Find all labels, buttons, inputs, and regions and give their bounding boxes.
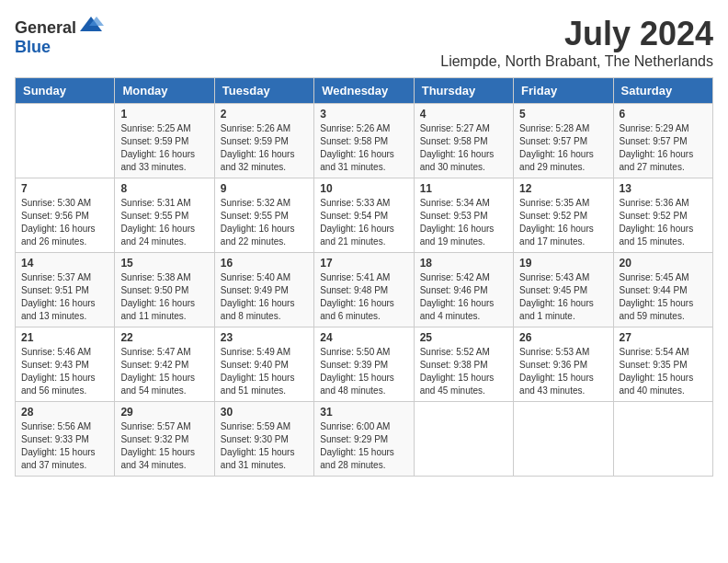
- calendar-cell: 5Sunrise: 5:28 AM Sunset: 9:57 PM Daylig…: [514, 104, 613, 178]
- month-title: July 2024: [440, 15, 713, 53]
- calendar-cell: 24Sunrise: 5:50 AM Sunset: 9:39 PM Dayli…: [314, 327, 414, 402]
- header-sunday: Sunday: [16, 78, 115, 104]
- day-number: 27: [620, 331, 707, 344]
- calendar-cell: 10Sunrise: 5:33 AM Sunset: 9:54 PM Dayli…: [314, 178, 414, 253]
- calendar-cell: 29Sunrise: 5:57 AM Sunset: 9:32 PM Dayli…: [115, 402, 214, 477]
- day-number: 2: [221, 108, 308, 121]
- calendar-cell: [414, 402, 513, 477]
- header-wednesday: Wednesday: [314, 78, 414, 104]
- day-number: 26: [519, 331, 607, 344]
- day-info: Sunrise: 5:38 AM Sunset: 9:50 PM Dayligh…: [120, 271, 208, 323]
- day-info: Sunrise: 5:35 AM Sunset: 9:52 PM Dayligh…: [519, 197, 607, 248]
- day-number: 23: [221, 331, 308, 344]
- day-number: 17: [320, 257, 407, 270]
- week-row-4: 21Sunrise: 5:46 AM Sunset: 9:43 PM Dayli…: [16, 327, 713, 402]
- header-friday: Friday: [514, 78, 613, 104]
- calendar-cell: 25Sunrise: 5:52 AM Sunset: 9:38 PM Dayli…: [414, 327, 513, 402]
- calendar-cell: 7Sunrise: 5:30 AM Sunset: 9:56 PM Daylig…: [16, 178, 115, 253]
- day-number: 19: [519, 257, 607, 270]
- calendar-cell: 6Sunrise: 5:29 AM Sunset: 9:57 PM Daylig…: [613, 104, 712, 178]
- day-number: 25: [420, 331, 507, 344]
- day-info: Sunrise: 5:43 AM Sunset: 9:45 PM Dayligh…: [519, 271, 607, 323]
- day-number: 16: [221, 257, 308, 270]
- day-number: 29: [120, 406, 208, 419]
- day-number: 12: [519, 182, 607, 195]
- day-info: Sunrise: 5:41 AM Sunset: 9:48 PM Dayligh…: [320, 271, 407, 323]
- day-info: Sunrise: 5:59 AM Sunset: 9:30 PM Dayligh…: [221, 420, 308, 472]
- header: General Blue July 2024 Liempde, North Br…: [15, 15, 713, 70]
- calendar-cell: 9Sunrise: 5:32 AM Sunset: 9:55 PM Daylig…: [214, 178, 313, 253]
- day-number: 3: [320, 108, 407, 121]
- week-row-3: 14Sunrise: 5:37 AM Sunset: 9:51 PM Dayli…: [16, 253, 713, 327]
- day-info: Sunrise: 5:53 AM Sunset: 9:36 PM Dayligh…: [519, 346, 607, 397]
- day-number: 6: [620, 108, 707, 121]
- day-info: Sunrise: 5:31 AM Sunset: 9:55 PM Dayligh…: [120, 197, 208, 248]
- week-row-5: 28Sunrise: 5:56 AM Sunset: 9:33 PM Dayli…: [16, 402, 713, 477]
- day-number: 20: [620, 257, 707, 270]
- calendar-cell: 23Sunrise: 5:49 AM Sunset: 9:40 PM Dayli…: [214, 327, 313, 402]
- header-monday: Monday: [115, 78, 214, 104]
- calendar-cell: 16Sunrise: 5:40 AM Sunset: 9:49 PM Dayli…: [214, 253, 313, 327]
- day-info: Sunrise: 6:00 AM Sunset: 9:29 PM Dayligh…: [320, 420, 407, 472]
- calendar-cell: [514, 402, 613, 477]
- day-info: Sunrise: 5:54 AM Sunset: 9:35 PM Dayligh…: [620, 346, 707, 397]
- calendar-cell: 1Sunrise: 5:25 AM Sunset: 9:59 PM Daylig…: [115, 104, 214, 178]
- day-number: 21: [21, 331, 108, 344]
- week-row-1: 1Sunrise: 5:25 AM Sunset: 9:59 PM Daylig…: [16, 104, 713, 178]
- header-tuesday: Tuesday: [214, 78, 313, 104]
- day-number: 30: [221, 406, 308, 419]
- calendar-cell: 12Sunrise: 5:35 AM Sunset: 9:52 PM Dayli…: [514, 178, 613, 253]
- header-row: SundayMondayTuesdayWednesdayThursdayFrid…: [16, 78, 713, 104]
- day-info: Sunrise: 5:26 AM Sunset: 9:58 PM Dayligh…: [320, 122, 407, 174]
- day-info: Sunrise: 5:32 AM Sunset: 9:55 PM Dayligh…: [221, 197, 308, 248]
- day-info: Sunrise: 5:27 AM Sunset: 9:58 PM Dayligh…: [420, 122, 507, 174]
- day-info: Sunrise: 5:47 AM Sunset: 9:42 PM Dayligh…: [120, 346, 208, 397]
- logo-icon: [78, 15, 104, 33]
- calendar-cell: [613, 402, 712, 477]
- calendar-cell: 19Sunrise: 5:43 AM Sunset: 9:45 PM Dayli…: [514, 253, 613, 327]
- day-info: Sunrise: 5:52 AM Sunset: 9:38 PM Dayligh…: [420, 346, 507, 397]
- calendar-cell: 30Sunrise: 5:59 AM Sunset: 9:30 PM Dayli…: [214, 402, 313, 477]
- day-number: 13: [620, 182, 707, 195]
- day-info: Sunrise: 5:37 AM Sunset: 9:51 PM Dayligh…: [21, 271, 108, 323]
- calendar-cell: 27Sunrise: 5:54 AM Sunset: 9:35 PM Dayli…: [613, 327, 712, 402]
- day-info: Sunrise: 5:30 AM Sunset: 9:56 PM Dayligh…: [21, 197, 108, 248]
- day-number: 15: [120, 257, 208, 270]
- day-info: Sunrise: 5:26 AM Sunset: 9:59 PM Dayligh…: [221, 122, 308, 174]
- header-thursday: Thursday: [414, 78, 513, 104]
- calendar-cell: 2Sunrise: 5:26 AM Sunset: 9:59 PM Daylig…: [214, 104, 313, 178]
- day-number: 8: [120, 182, 208, 195]
- day-info: Sunrise: 5:49 AM Sunset: 9:40 PM Dayligh…: [221, 346, 308, 397]
- day-number: 4: [420, 108, 507, 121]
- calendar-cell: 21Sunrise: 5:46 AM Sunset: 9:43 PM Dayli…: [16, 327, 115, 402]
- day-number: 11: [420, 182, 507, 195]
- day-number: 22: [120, 331, 208, 344]
- location-title: Liempde, North Brabant, The Netherlands: [440, 53, 713, 70]
- calendar-cell: 15Sunrise: 5:38 AM Sunset: 9:50 PM Dayli…: [115, 253, 214, 327]
- day-number: 5: [519, 108, 607, 121]
- calendar-cell: 11Sunrise: 5:34 AM Sunset: 9:53 PM Dayli…: [414, 178, 513, 253]
- day-info: Sunrise: 5:56 AM Sunset: 9:33 PM Dayligh…: [21, 420, 108, 472]
- calendar-cell: [16, 104, 115, 178]
- calendar-cell: 26Sunrise: 5:53 AM Sunset: 9:36 PM Dayli…: [514, 327, 613, 402]
- day-info: Sunrise: 5:36 AM Sunset: 9:52 PM Dayligh…: [620, 197, 707, 248]
- day-info: Sunrise: 5:42 AM Sunset: 9:46 PM Dayligh…: [420, 271, 507, 323]
- day-number: 18: [420, 257, 507, 270]
- day-info: Sunrise: 5:46 AM Sunset: 9:43 PM Dayligh…: [21, 346, 108, 397]
- day-number: 10: [320, 182, 407, 195]
- day-number: 28: [21, 406, 108, 419]
- logo-general: General: [15, 18, 76, 37]
- day-info: Sunrise: 5:40 AM Sunset: 9:49 PM Dayligh…: [221, 271, 308, 323]
- day-number: 31: [320, 406, 407, 419]
- day-number: 7: [21, 182, 108, 195]
- calendar-cell: 28Sunrise: 5:56 AM Sunset: 9:33 PM Dayli…: [16, 402, 115, 477]
- logo: General Blue: [15, 15, 104, 57]
- day-number: 14: [21, 257, 108, 270]
- calendar-cell: 31Sunrise: 6:00 AM Sunset: 9:29 PM Dayli…: [314, 402, 414, 477]
- calendar-cell: 18Sunrise: 5:42 AM Sunset: 9:46 PM Dayli…: [414, 253, 513, 327]
- calendar-cell: 22Sunrise: 5:47 AM Sunset: 9:42 PM Dayli…: [115, 327, 214, 402]
- title-area: July 2024 Liempde, North Brabant, The Ne…: [440, 15, 713, 70]
- day-number: 1: [120, 108, 208, 121]
- day-number: 9: [221, 182, 308, 195]
- header-saturday: Saturday: [613, 78, 712, 104]
